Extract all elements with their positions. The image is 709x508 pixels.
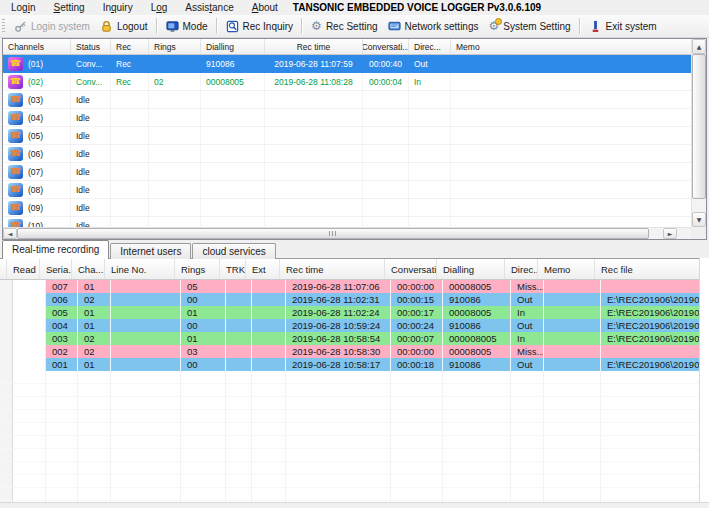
recording-ext: [252, 332, 286, 345]
exit-system-button[interactable]: Exit system: [584, 18, 662, 35]
recording-row[interactable]: 003 02 01 2019-06-28 10:58:54 00:00:07 0…: [0, 332, 709, 345]
column-header-line-no[interactable]: Line No.: [105, 259, 175, 279]
menu-log[interactable]: Log: [142, 1, 177, 15]
column-header-ext[interactable]: Ext: [246, 259, 280, 279]
channel-row[interactable]: ☎(08) Idle: [3, 181, 691, 199]
recording-row[interactable]: 005 01 01 2019-06-28 11:02:24 00:00:17 0…: [0, 306, 709, 319]
recordings-panel: Read Seria... Cha... Line No. Rings TRK …: [0, 258, 709, 504]
column-header-memo[interactable]: Memo: [451, 39, 691, 54]
column-header-dialling[interactable]: Dialling: [201, 39, 265, 54]
scroll-right-icon[interactable]: ►: [663, 228, 677, 239]
mode-button[interactable]: Mode: [161, 18, 213, 35]
lock-icon: [100, 20, 113, 33]
channel-row[interactable]: ☎(05) Idle: [3, 127, 691, 145]
menu-inquiry[interactable]: Inquiry: [94, 1, 142, 15]
recording-row[interactable]: 002 02 03 2019-06-28 10:58:30 00:00:00 0…: [0, 345, 709, 358]
column-header-direction[interactable]: Direc...: [505, 259, 538, 279]
channel-row[interactable]: ☎(01) Conv... Rec 910086 2019-06-28 11:0…: [3, 55, 691, 73]
menu-about[interactable]: About: [243, 1, 287, 15]
column-header-channels[interactable]: Channels: [3, 39, 71, 54]
system-setting-button[interactable]: ⚙ System Setting: [484, 18, 576, 34]
column-header-dialling[interactable]: Dialling: [437, 259, 505, 279]
rec-setting-button[interactable]: ⚙ Rec Setting: [306, 18, 382, 34]
recording-read: [13, 345, 46, 358]
toolbar-separator: [216, 18, 218, 34]
channel-row[interactable]: ☎(07) Idle: [3, 163, 691, 181]
column-header-rings[interactable]: Rings: [175, 259, 220, 279]
channel-label: (06): [28, 149, 43, 159]
logout-button[interactable]: Logout: [95, 18, 153, 35]
vertical-scroll-thumb[interactable]: [692, 54, 706, 199]
column-header-rec[interactable]: Rec: [111, 39, 149, 54]
column-header-direction[interactable]: Direc...: [409, 39, 451, 54]
column-header-status[interactable]: Status: [71, 39, 111, 54]
menu-bar: Login Setting Inquiry Log Assistance Abo…: [0, 0, 709, 15]
column-header-rec-file[interactable]: Rec file: [595, 259, 700, 279]
scroll-down-icon[interactable]: ▼: [692, 212, 706, 227]
recording-memo: [544, 293, 601, 306]
channel-row[interactable]: ☎(10) Idle: [3, 217, 691, 227]
scroll-up-icon[interactable]: ▲: [692, 39, 706, 54]
tab-real-time-recording[interactable]: Real-time recording: [2, 240, 109, 259]
channel-rec: Rec: [111, 73, 149, 90]
recording-row[interactable]: 006 02 00 2019-06-28 11:02:31 00:00:15 9…: [0, 293, 709, 306]
recording-row[interactable]: 001 01 00 2019-06-28 10:58:17 00:00:18 9…: [0, 358, 709, 371]
column-header-memo[interactable]: Memo: [538, 259, 595, 279]
system-gear-icon: ⚙: [489, 20, 500, 32]
column-header-serial[interactable]: Seria...: [40, 259, 72, 279]
bottom-edge: [0, 502, 709, 508]
horizontal-scroll-thumb[interactable]: [17, 228, 649, 239]
recording-ext: [252, 345, 286, 358]
column-header-read[interactable]: Read: [7, 259, 40, 279]
toolbar-grip[interactable]: [2, 19, 5, 34]
recording-conversation: 00:00:24: [391, 319, 443, 332]
recording-dialling: 910086: [443, 319, 511, 332]
recording-direction: Out: [511, 319, 544, 332]
recordings-scrollbar-track[interactable]: [699, 258, 709, 503]
channel-row[interactable]: ☎(03) Idle: [3, 91, 691, 109]
channels-vertical-scrollbar[interactable]: ▲ ▼: [691, 39, 706, 227]
column-header-trk[interactable]: TRK: [220, 259, 246, 279]
recording-rec-time: 2019-06-28 11:07:06: [286, 280, 391, 293]
phone-channel-icon: ☎: [8, 57, 23, 71]
recording-row[interactable]: 004 01 00 2019-06-28 10:59:24 00:00:24 9…: [0, 319, 709, 332]
network-settings-button[interactable]: Network settings: [383, 18, 484, 35]
channel-dialling: 910086: [201, 55, 265, 72]
login-system-button[interactable]: Login system: [9, 18, 95, 35]
column-header-channel[interactable]: Cha...: [72, 259, 105, 279]
tab-cloud-services[interactable]: cloud services: [192, 243, 275, 259]
menu-login[interactable]: Login: [2, 1, 44, 15]
menu-assistance[interactable]: Assistance: [176, 1, 242, 15]
channel-row[interactable]: ☎(09) Idle: [3, 199, 691, 217]
recording-serial: 004: [46, 319, 78, 332]
channels-horizontal-scrollbar[interactable]: ◄ ►: [3, 227, 691, 239]
column-header-rings[interactable]: Rings: [149, 39, 201, 54]
phone-channel-icon: ☎: [8, 201, 23, 215]
column-header-conversation[interactable]: Conversati...: [363, 39, 409, 54]
recording-dialling: 00008005: [443, 345, 511, 358]
column-header-rec-time[interactable]: Rec time: [265, 39, 363, 54]
recording-rec-time: 2019-06-28 11:02:31: [286, 293, 391, 306]
rec-inquiry-button[interactable]: Rec Inquiry: [221, 18, 299, 35]
menu-setting[interactable]: Setting: [44, 1, 93, 15]
recording-read: [13, 306, 46, 319]
tab-internet-users[interactable]: Internet users: [110, 243, 191, 259]
row-header: [0, 358, 13, 371]
channel-row[interactable]: ☎(04) Idle: [3, 109, 691, 127]
recording-direction: Out: [511, 293, 544, 306]
empty-row: [0, 475, 709, 488]
channel-label: (04): [28, 113, 43, 123]
recording-line-no: [111, 345, 181, 358]
recording-serial: 003: [46, 332, 78, 345]
recording-row[interactable]: 007 01 05 2019-06-28 11:07:06 00:00:00 0…: [0, 280, 709, 293]
recording-serial: 007: [46, 280, 78, 293]
column-header-conversation[interactable]: Conversati...: [385, 259, 437, 279]
toolbar: Login system Logout Mode Rec Inquiry ⚙ R…: [0, 15, 709, 38]
recording-rec-file: [601, 280, 706, 293]
recording-conversation: 00:00:00: [391, 280, 443, 293]
channel-row[interactable]: ☎(06) Idle: [3, 145, 691, 163]
channel-row[interactable]: ☎(02) Conv... Rec 02 00008005 2019-06-28…: [3, 73, 691, 91]
column-header-rec-time[interactable]: Rec time: [280, 259, 385, 279]
channel-memo: [451, 73, 691, 90]
scroll-left-icon[interactable]: ◄: [3, 228, 17, 239]
